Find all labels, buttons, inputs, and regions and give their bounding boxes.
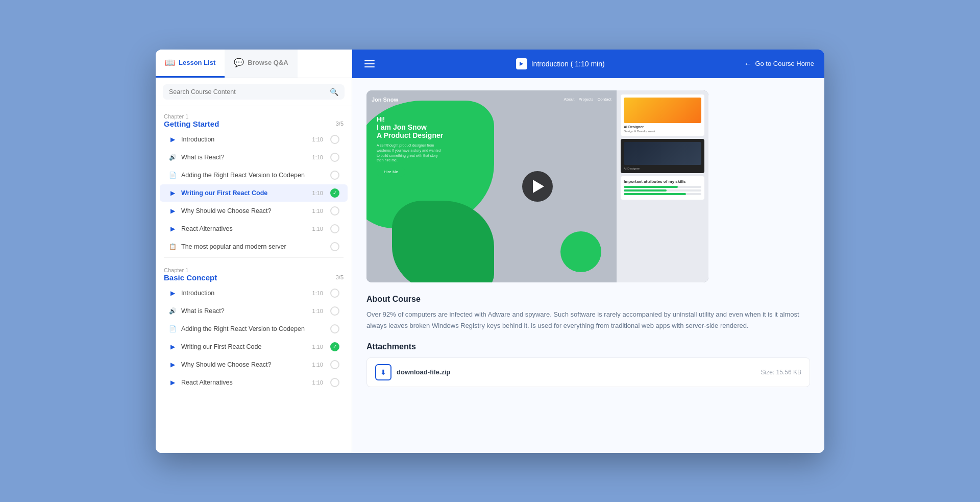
list-item[interactable]: ▶ Writing our First React Code 1:10 ✓	[160, 338, 348, 355]
lesson-duration: 1:10	[312, 136, 323, 142]
video-icon: ▶	[168, 135, 177, 144]
mock-nav-links: About Projects Contact	[564, 97, 611, 102]
lesson-duration: 1:10	[312, 344, 323, 350]
main-content: Introduction ( 1:10 min) ← Go to Course …	[352, 50, 824, 453]
lesson-list-icon: 📖	[165, 58, 175, 67]
mock-nav: Jon Snow About Projects Contact	[372, 97, 611, 103]
hamburger-line	[364, 66, 375, 67]
video-icon: ▶	[168, 360, 177, 369]
lesson-checkbox[interactable]	[330, 306, 339, 316]
tab-browse-qa[interactable]: 💬 Browse Q&A	[225, 50, 297, 78]
tab-qa-label: Browse Q&A	[248, 59, 288, 66]
chapter-2-label: Chapter 1	[164, 267, 344, 273]
attachment-left: ⬇ download-file.zip	[375, 364, 450, 380]
list-item[interactable]: 🔊 What is React? 1:10	[160, 302, 348, 320]
lesson-title: Adding the Right React Version to Codepe…	[181, 325, 319, 332]
tab-lesson-label: Lesson List	[179, 59, 215, 66]
lesson-duration: 1:10	[312, 190, 323, 196]
list-item[interactable]: ▶ React Alternatives 1:10	[160, 220, 348, 237]
doc-icon: 📄	[168, 171, 177, 180]
lesson-checkbox[interactable]	[330, 324, 339, 333]
attachments-title: Attachments	[366, 342, 810, 351]
video-player[interactable]: Jon Snow About Projects Contact Hi! I am…	[366, 90, 708, 283]
sidebar-content: Chapter 1 Getting Started 3/5 ▶ Introduc…	[156, 106, 352, 453]
video-icon: ▶	[168, 289, 177, 298]
mock-card-text-1: Design & Development	[624, 130, 701, 133]
lesson-title: What is React?	[181, 154, 308, 161]
lesson-checkbox[interactable]: ✓	[330, 342, 339, 351]
mock-name-line2: A Product Designer	[377, 131, 443, 140]
tab-lesson-list[interactable]: 📖 Lesson List	[156, 50, 225, 78]
lesson-duration: 1:10	[312, 290, 323, 296]
mock-card-2: AI Designer	[621, 139, 704, 173]
lesson-duration: 1:10	[312, 362, 323, 368]
video-right-panel: Al Designer Design & Development AI Desi…	[617, 90, 708, 283]
mock-logo: Jon Snow	[372, 97, 398, 103]
lesson-checkbox[interactable]	[330, 171, 339, 180]
nav-center: Introduction ( 1:10 min)	[384, 58, 737, 69]
mock-hi: Hi!	[377, 116, 443, 123]
list-item[interactable]: 📄 Adding the Right React Version to Code…	[160, 166, 348, 184]
list-item[interactable]: ▶ Why Should we Choose React? 1:10	[160, 202, 348, 220]
hamburger-button[interactable]	[362, 58, 377, 69]
list-item[interactable]: ▶ React Alternatives 1:10	[160, 374, 348, 391]
sidebar-tabs: 📖 Lesson List 💬 Browse Q&A	[156, 50, 352, 78]
mock-img-1	[624, 98, 701, 123]
go-to-course-home-link[interactable]: ← Go to Course Home	[744, 59, 814, 68]
mock-img-2	[624, 142, 701, 165]
skill-fill-3	[624, 193, 686, 195]
mock-hire-btn[interactable]: Hire Me	[377, 167, 405, 177]
lesson-duration: 1:10	[312, 226, 323, 232]
lesson-duration: 1:10	[312, 379, 323, 386]
lesson-checkbox[interactable]	[330, 289, 339, 298]
video-icon: ▶	[168, 342, 177, 351]
lesson-checkbox[interactable]	[330, 242, 339, 251]
list-item[interactable]: ▶ Writing our First React Code 1:10 ✓	[160, 184, 348, 202]
list-item[interactable]: 📄 Adding the Right React Version to Code…	[160, 320, 348, 338]
mock-nav-about: About	[564, 97, 575, 102]
skill-bar-2	[624, 189, 701, 192]
search-input[interactable]	[169, 88, 326, 95]
list-item[interactable]: ▶ Why Should we Choose React? 1:10	[160, 356, 348, 373]
lesson-checkbox[interactable]	[330, 153, 339, 162]
mock-desc: A self thought product designer from wes…	[377, 143, 443, 163]
quiz-icon: 📋	[168, 242, 177, 251]
lesson-checkbox[interactable]	[330, 378, 339, 387]
list-item[interactable]: ▶ Introduction 1:10	[160, 284, 348, 302]
list-item[interactable]: 🔊 What is React? 1:10	[160, 149, 348, 166]
lesson-checkbox[interactable]	[330, 360, 339, 369]
list-item[interactable]: ▶ Introduction 1:10	[160, 131, 348, 148]
chapter-2-title-row: Basic Concept 3/5	[164, 273, 344, 282]
attachments-section: Attachments ⬇ download-file.zip Size: 15…	[366, 342, 810, 387]
lesson-checkbox[interactable]	[330, 224, 339, 233]
file-size: Size: 15.56 KB	[761, 369, 801, 376]
lesson-title: React Alternatives	[181, 379, 308, 386]
list-item[interactable]: 📋 The most popular and modern server	[160, 238, 348, 255]
search-area: 🔍	[156, 78, 352, 106]
attachment-item[interactable]: ⬇ download-file.zip Size: 15.56 KB	[366, 357, 810, 387]
sidebar: 📖 Lesson List 💬 Browse Q&A 🔍 Chapter 1 G…	[156, 50, 352, 453]
nav-home-label: Go to Course Home	[755, 60, 814, 67]
lesson-duration: 1:10	[312, 208, 323, 214]
lesson-title: Writing our First React Code	[181, 343, 308, 350]
decorative-circle	[560, 231, 601, 272]
skill-bar-3	[624, 193, 701, 195]
play-button[interactable]	[522, 171, 553, 202]
mock-skills-label: Important attributes of my skills	[624, 179, 701, 184]
lesson-checkbox[interactable]: ✓	[330, 188, 339, 198]
chapter-2-title: Basic Concept	[164, 273, 217, 282]
lesson-title: What is React?	[181, 307, 308, 315]
lesson-checkbox[interactable]	[330, 206, 339, 216]
audio-icon: 🔊	[168, 306, 177, 316]
lesson-duration: 1:10	[312, 308, 323, 314]
decorative-blob-2	[392, 201, 494, 282]
mock-card-title-1: Al Designer	[624, 125, 701, 129]
search-box: 🔍	[163, 84, 345, 100]
video-left-panel: Jon Snow About Projects Contact Hi! I am…	[366, 90, 617, 283]
lesson-title: Introduction	[181, 290, 308, 297]
video-icon: ▶	[168, 378, 177, 387]
lesson-checkbox[interactable]	[330, 135, 339, 144]
about-title: About Course	[366, 295, 810, 304]
mock-skills-card: Important attributes of my skills	[621, 176, 704, 200]
video-thumbnail: Jon Snow About Projects Contact Hi! I am…	[366, 90, 708, 283]
